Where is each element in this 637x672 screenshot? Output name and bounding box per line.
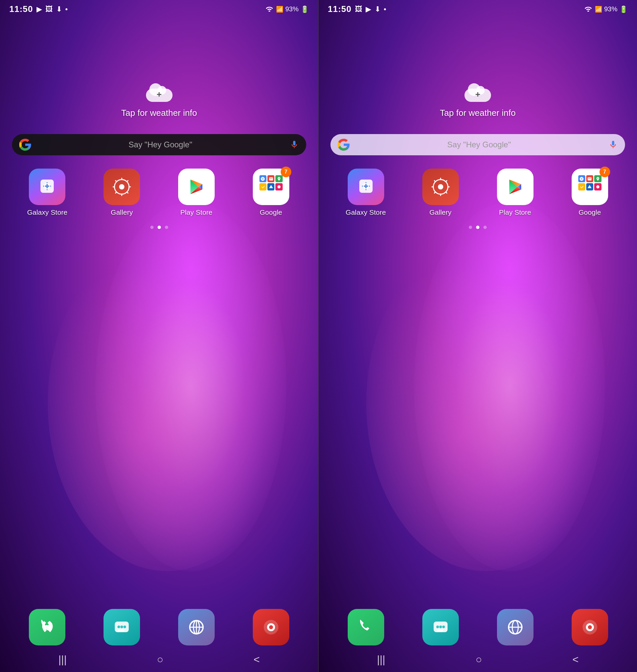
weather-cloud-icon-right: + (463, 83, 493, 103)
svg-point-32 (436, 625, 439, 628)
dock-samsung-internet-left[interactable] (178, 609, 215, 646)
svg-point-20 (269, 625, 273, 629)
svg-point-13 (123, 625, 126, 628)
image-icon-right: 🖼 (355, 5, 362, 14)
search-placeholder-right: Say "Hey Google" (354, 140, 604, 149)
app-grid-right: Galaxy Store Gallery (328, 168, 627, 216)
dot-3-right (484, 226, 487, 229)
weather-widget-left[interactable]: + Tap for weather info (0, 83, 318, 118)
wifi-icon (265, 5, 274, 13)
gallery-icon-left (104, 168, 140, 205)
messages-icon-right (422, 609, 459, 646)
nav-recent-right[interactable]: ||| (377, 653, 385, 666)
signal-icon-right: 📶 (595, 6, 602, 13)
battery-percent-left: 93% (285, 5, 298, 13)
dock-phone-right[interactable] (348, 609, 384, 646)
page-dots-right (318, 226, 637, 229)
svg-point-30 (596, 185, 599, 188)
svg-marker-29 (588, 185, 592, 188)
nav-back-left[interactable]: < (253, 653, 260, 666)
weather-cloud-icon-left: + (144, 83, 174, 103)
dock-samsung-internet-right[interactable] (497, 609, 533, 646)
dock-screen-recorder-right[interactable] (572, 609, 608, 646)
app-item-galaxy-store-right[interactable]: Galaxy Store (343, 168, 389, 216)
gallery-label-left: Gallery (111, 208, 133, 216)
google-search-bar-left[interactable]: Say "Hey Google" (12, 134, 306, 155)
nav-recent-left[interactable]: ||| (58, 653, 67, 666)
google-g-logo-left (19, 139, 31, 151)
app-item-play-store-right[interactable]: Play Store (492, 168, 539, 216)
cloud-plus-icon-right: + (475, 89, 480, 99)
nav-home-left[interactable]: ○ (157, 653, 163, 666)
svg-point-33 (439, 625, 442, 628)
gallery-icon-right (422, 168, 459, 205)
dot-icon-right: • (384, 5, 386, 14)
app-item-play-store-left[interactable]: Play Store (173, 168, 220, 216)
dot-2-left (158, 226, 161, 229)
svg-point-40 (588, 625, 592, 629)
play-store-icon-right (497, 168, 533, 205)
google-folder-badge-right: 7 (600, 167, 610, 177)
gallery-label-right: Gallery (429, 208, 452, 216)
screen-recorder-icon-left (253, 609, 289, 646)
dock-messages-left[interactable] (104, 609, 140, 646)
nav-back-right[interactable]: < (572, 653, 579, 666)
app-item-google-left[interactable]: 7 Google (248, 168, 294, 216)
nav-home-right[interactable]: ○ (475, 653, 482, 666)
wifi-icon-right (584, 5, 593, 13)
page-dots-left (0, 226, 318, 229)
time-left: 11:50 (9, 4, 33, 14)
samsung-internet-icon-left (178, 609, 215, 646)
download-icon: ⬇ (56, 5, 62, 14)
left-phone-screen: 11:50 ▶ 🖼 ⬇ • 📶 93% 🔋 + (0, 0, 318, 672)
svg-point-3 (119, 184, 124, 189)
youtube-icon-right: ▶ (366, 5, 371, 14)
app-item-google-right[interactable]: 7 Google (567, 168, 613, 216)
weather-widget-right[interactable]: + Tap for weather info (318, 83, 637, 118)
weather-label-left: Tap for weather info (121, 108, 197, 118)
svg-marker-8 (269, 185, 273, 188)
youtube-icon: ▶ (36, 5, 42, 14)
galaxy-store-label-left: Galaxy Store (27, 208, 67, 216)
samsung-internet-icon-right (497, 609, 533, 646)
dock-screen-recorder-left[interactable] (253, 609, 289, 646)
dot-1-right (469, 226, 472, 229)
app-item-gallery-left[interactable]: Gallery (98, 168, 145, 216)
messages-icon-left (104, 609, 140, 646)
play-store-label-right: Play Store (499, 208, 531, 216)
weather-label-right: Tap for weather info (440, 108, 515, 118)
dock-right (318, 609, 637, 646)
time-right: 11:50 (328, 4, 352, 14)
dot-icon: • (65, 5, 68, 14)
signal-icon: 📶 (276, 6, 283, 13)
search-bar-area-left[interactable]: Say "Hey Google" (12, 134, 306, 155)
svg-point-11 (117, 625, 120, 628)
dot-1-left (150, 226, 153, 229)
galaxy-store-icon-right (348, 168, 384, 205)
dock-left (0, 609, 318, 646)
google-label-right: Google (579, 208, 601, 216)
nav-bar-left: ||| ○ < (0, 647, 318, 672)
phone-icon-right (348, 609, 384, 646)
svg-point-12 (121, 625, 123, 628)
dot-3-left (165, 226, 168, 229)
google-label-left: Google (260, 208, 282, 216)
svg-point-34 (442, 625, 445, 628)
dock-messages-right[interactable] (422, 609, 459, 646)
svg-point-9 (277, 185, 280, 188)
dot-2-right (476, 226, 479, 229)
app-item-gallery-right[interactable]: Gallery (417, 168, 464, 216)
battery-icon: 🔋 (301, 5, 309, 13)
play-store-label-left: Play Store (180, 208, 212, 216)
mic-icon-right[interactable] (608, 140, 618, 149)
battery-icon-right: 🔋 (619, 5, 628, 13)
dock-phone-left[interactable] (29, 609, 65, 646)
google-folder-badge-left: 7 (281, 167, 291, 177)
mic-icon-left[interactable] (290, 140, 299, 149)
search-bar-area-right[interactable]: Say "Hey Google" (330, 134, 625, 155)
right-phone-screen: 11:50 🖼 ▶ ⬇ • 📶 93% 🔋 + (318, 0, 637, 672)
google-search-bar-right[interactable]: Say "Hey Google" (330, 134, 625, 155)
google-g-logo-right (338, 139, 350, 151)
download-icon-right: ⬇ (375, 5, 381, 14)
app-item-galaxy-store-left[interactable]: Galaxy Store (24, 168, 70, 216)
